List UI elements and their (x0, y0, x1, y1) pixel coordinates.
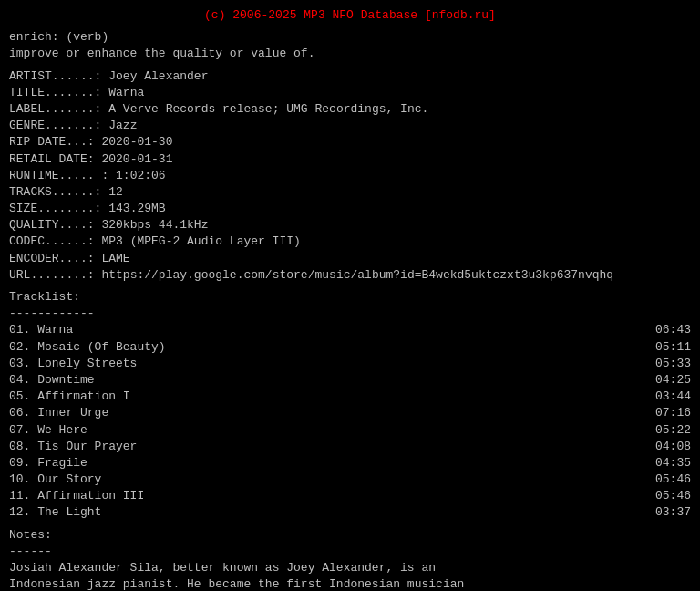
codec-label: CODEC......: (9, 234, 95, 248)
rip-date-row: RIP DATE...: 2020-01-30 (9, 134, 691, 150)
size-row: SIZE........: 143.29MB (9, 201, 691, 217)
retail-date-row: RETAIL DATE: 2020-01-31 (9, 151, 691, 168)
size-label: SIZE........: (9, 202, 101, 215)
track-duration: 03:37 (636, 504, 691, 521)
artist-label: ARTIST......: (9, 69, 101, 83)
track-row: 09. Fragile04:35 (9, 455, 691, 472)
tracks-row: TRACKS......: 12 (9, 184, 691, 201)
track-row: 08. Tis Our Prayer04:08 (9, 439, 691, 455)
tracklist-header: Tracklist: (9, 289, 691, 306)
runtime-label: RUNTIME..... (9, 169, 95, 182)
runtime-value: : (101, 169, 116, 182)
track-title: 07. We Here (9, 422, 88, 439)
copyright-line: (c) 2006-2025 MP3 NFO Database [nfodb.ru… (9, 7, 691, 24)
tracklist-separator: ------------ (9, 306, 691, 322)
runtime-row: RUNTIME..... : 1:02:06 (9, 168, 691, 184)
track-row: 05. Affirmation I03:44 (9, 389, 691, 405)
track-row: 10. Our Story05:46 (9, 472, 691, 488)
track-duration: 05:46 (636, 488, 691, 504)
track-duration: 04:35 (636, 455, 691, 472)
track-title: 05. Affirmation I (9, 389, 130, 405)
track-title: 10. Our Story (9, 472, 101, 488)
track-duration: 05:22 (636, 422, 691, 439)
title-row: TITLE.......: Warna (9, 85, 691, 101)
tracks-label: TRACKS......: (9, 185, 101, 199)
url-row: URL........: https://play.google.com/sto… (9, 267, 691, 284)
quality-row: QUALITY....: 320kbps 44.1kHz (9, 217, 691, 233)
url-label: URL........: (9, 268, 95, 282)
label-row: LABEL.......: A Verve Records release; U… (9, 101, 691, 118)
track-title: 12. The Light (9, 504, 101, 521)
rip-date-label: RIP DATE...: (9, 135, 95, 149)
enrich-verb: enrich: (verb) (9, 29, 691, 46)
tracklist-block: Tracklist: ------------ 01. Warna06:4302… (9, 289, 691, 522)
track-title: 01. Warna (9, 322, 73, 338)
metadata-block: ARTIST......: Joey Alexander TITLE......… (9, 68, 691, 284)
tracks-list: 01. Warna06:4302. Mosaic (Of Beauty)05:1… (9, 322, 691, 521)
track-row: 12. The Light03:37 (9, 504, 691, 521)
notes-header: Notes: (9, 527, 691, 544)
track-row: 07. We Here05:22 (9, 422, 691, 439)
encoder-row: ENCODER....: LAME (9, 251, 691, 267)
artist-row: ARTIST......: Joey Alexander (9, 68, 691, 85)
notes-text: Josiah Alexander Sila, better known as J… (9, 560, 691, 591)
track-row: 03. Lonely Streets05:33 (9, 356, 691, 372)
track-title: 04. Downtime (9, 372, 95, 389)
track-row: 02. Mosaic (Of Beauty)05:11 (9, 339, 691, 356)
genre-label: GENRE.......: (9, 119, 101, 132)
track-duration: 04:08 (636, 439, 691, 455)
track-duration: 06:43 (636, 322, 691, 338)
track-row: 11. Affirmation III05:46 (9, 488, 691, 504)
enrich-block: enrich: (verb) improve or enhance the qu… (9, 29, 691, 62)
track-row: 01. Warna06:43 (9, 322, 691, 338)
track-duration: 05:46 (636, 472, 691, 488)
track-duration: 03:44 (636, 389, 691, 405)
notes-separator: ------ (9, 544, 691, 560)
track-title: 09. Fragile (9, 455, 88, 472)
codec-row: CODEC......: MP3 (MPEG-2 Audio Layer III… (9, 233, 691, 250)
track-row: 04. Downtime04:25 (9, 372, 691, 389)
track-title: 02. Mosaic (Of Beauty) (9, 339, 166, 356)
track-duration: 05:33 (636, 356, 691, 372)
enrich-definition: improve or enhance the quality or value … (9, 46, 691, 62)
genre-row: GENRE.......: Jazz (9, 118, 691, 134)
track-title: 11. Affirmation III (9, 488, 144, 504)
track-duration: 05:11 (636, 339, 691, 356)
quality-label: QUALITY....: (9, 218, 95, 232)
track-row: 06. Inner Urge07:16 (9, 405, 691, 421)
encoder-label: ENCODER....: (9, 252, 95, 265)
retail-date-label: RETAIL DATE: (9, 152, 95, 166)
title-label: TITLE.......: (9, 86, 101, 99)
track-title: 08. Tis Our Prayer (9, 439, 137, 455)
label-label: LABEL.......: (9, 102, 101, 116)
track-title: 03. Lonely Streets (9, 356, 137, 372)
notes-block: Notes: ------ Josiah Alexander Sila, bet… (9, 527, 691, 591)
track-duration: 07:16 (636, 405, 691, 421)
track-title: 06. Inner Urge (9, 405, 108, 421)
header: (c) 2006-2025 MP3 NFO Database [nfodb.ru… (9, 7, 691, 24)
track-duration: 04:25 (636, 372, 691, 389)
